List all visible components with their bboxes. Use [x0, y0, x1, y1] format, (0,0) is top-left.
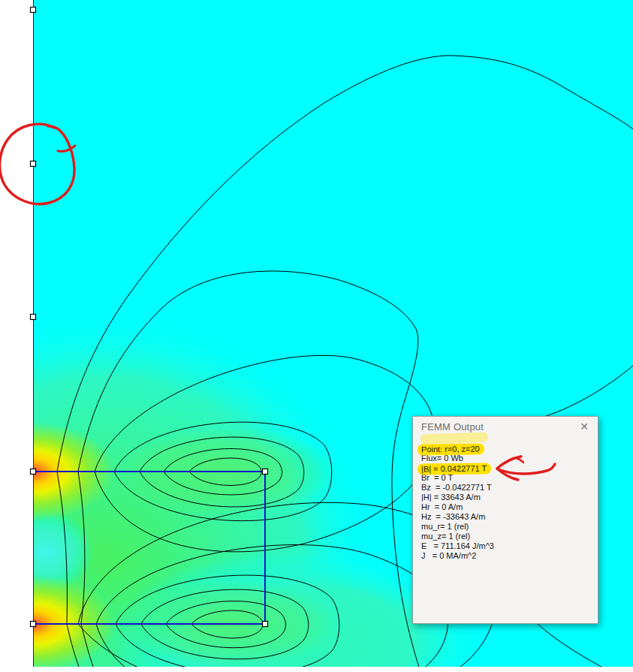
femm-output-window: FEMM Output ✕ Point: r=0, z=20Flux= 0 Wb…	[412, 416, 598, 624]
output-line: Hz = -33643 A/m	[421, 512, 593, 522]
node-marker[interactable]	[31, 8, 36, 13]
output-line: Point: r=0, z=20	[421, 444, 593, 454]
node-marker[interactable]	[31, 161, 36, 167]
output-line: mu_z= 1 (rel)	[421, 532, 593, 541]
node-marker[interactable]	[263, 469, 268, 475]
output-line: Bz = -0.0422771 T	[421, 483, 593, 493]
output-line: |B| = 0.0422771 T	[421, 463, 593, 473]
window-title: FEMM Output	[421, 421, 484, 432]
output-line: mu_r= 1 (rel)	[421, 522, 593, 532]
node-marker[interactable]	[31, 315, 36, 320]
node-marker[interactable]	[31, 622, 36, 627]
node-marker[interactable]	[263, 622, 268, 627]
highlighter-smear	[420, 432, 488, 444]
output-line: E = 711.164 J/m^3	[421, 541, 593, 551]
output-lines: Point: r=0, z=20Flux= 0 Wb|B| = 0.042277…	[421, 444, 593, 561]
output-line: J = 0 MA/m^2	[421, 551, 593, 561]
output-line: |H| = 33643 A/m	[421, 493, 593, 502]
close-icon[interactable]: ✕	[577, 420, 591, 433]
node-marker[interactable]	[31, 469, 36, 475]
output-line: Hr = 0 A/m	[421, 502, 593, 512]
